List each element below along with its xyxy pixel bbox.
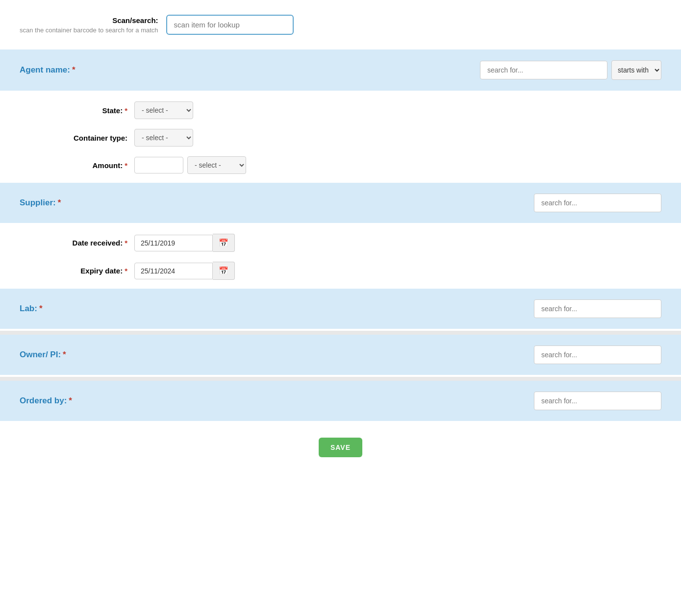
owner-pi-row: Owner/ PI:* <box>0 335 681 375</box>
supplier-search-input[interactable] <box>534 194 661 212</box>
dates-section: Date received:* 📅 Expiry date:* 📅 <box>0 225 681 289</box>
supplier-label: Supplier:* <box>20 198 61 208</box>
divider-2 <box>0 377 681 381</box>
date-received-input-group: 📅 <box>134 234 235 252</box>
container-type-label: Container type: <box>20 134 127 142</box>
date-received-calendar-btn[interactable]: 📅 <box>213 234 235 252</box>
amount-unit-select[interactable]: - select - <box>187 156 246 174</box>
scan-main-label: Scan/search: <box>20 16 158 25</box>
divider-1 <box>0 331 681 335</box>
lab-right <box>534 299 661 318</box>
agent-name-search-input[interactable] <box>480 61 607 79</box>
expiry-date-calendar-btn[interactable]: 📅 <box>213 262 235 280</box>
lab-search-input[interactable] <box>534 299 661 318</box>
scan-section: Scan/search: scan the container barcode … <box>0 0 681 49</box>
scan-sub-label: scan the container barcode to search for… <box>20 26 158 34</box>
save-section: SAVE <box>0 423 681 472</box>
lab-row: Lab:* <box>0 289 681 329</box>
state-row: State:* - select - <box>20 101 661 119</box>
date-received-label: Date received:* <box>20 239 127 247</box>
ordered-by-row: Ordered by:* <box>0 381 681 421</box>
amount-row: Amount:* - select - <box>20 156 661 174</box>
date-received-row: Date received:* 📅 <box>20 234 661 252</box>
state-label: State:* <box>20 106 127 115</box>
container-type-row: Container type: - select - <box>20 129 661 147</box>
amount-input[interactable] <box>134 157 183 173</box>
expiry-date-input[interactable] <box>134 263 213 279</box>
owner-pi-search-input[interactable] <box>534 345 661 364</box>
agent-name-row: Agent name:* starts with contains equals <box>0 49 681 91</box>
form-section: State:* - select - Container type: - sel… <box>0 93 681 183</box>
owner-pi-right <box>534 345 661 364</box>
supplier-row: Supplier:* <box>0 183 681 223</box>
save-button[interactable]: SAVE <box>319 438 362 457</box>
scan-label-group: Scan/search: scan the container barcode … <box>20 16 158 34</box>
expiry-date-row: Expiry date:* 📅 <box>20 262 661 280</box>
ordered-by-right <box>534 392 661 410</box>
lab-label: Lab:* <box>20 304 43 314</box>
expiry-date-input-group: 📅 <box>134 262 235 280</box>
agent-name-filter-select[interactable]: starts with contains equals <box>611 60 661 80</box>
expiry-date-label: Expiry date:* <box>20 267 127 275</box>
amount-label: Amount:* <box>20 161 127 170</box>
owner-pi-label: Owner/ PI:* <box>20 350 66 360</box>
ordered-by-search-input[interactable] <box>534 392 661 410</box>
date-received-input[interactable] <box>134 235 213 251</box>
ordered-by-label: Ordered by:* <box>20 396 72 406</box>
scan-input[interactable] <box>166 15 294 35</box>
agent-name-right: starts with contains equals <box>480 60 661 80</box>
state-select[interactable]: - select - <box>134 101 193 119</box>
supplier-right <box>534 194 661 212</box>
container-type-select[interactable]: - select - <box>134 129 193 147</box>
agent-name-label: Agent name:* <box>20 65 76 75</box>
